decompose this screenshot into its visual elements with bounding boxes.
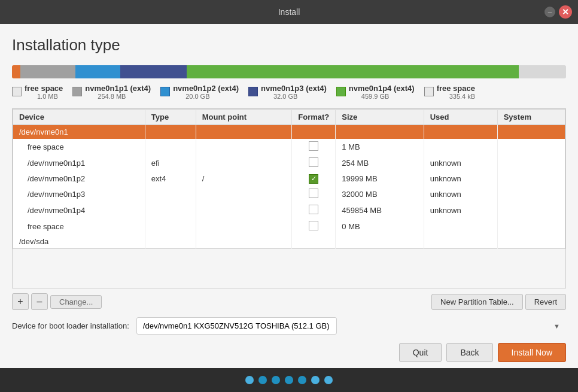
cell-format	[292, 218, 336, 235]
cell-size: 254 MB	[336, 155, 424, 171]
partition-table-container: Device Type Mount point Format? Size Use…	[12, 108, 566, 288]
cell-format	[292, 155, 336, 171]
legend-size-free2: 335.4 kB	[449, 93, 475, 100]
progress-dot-5	[298, 376, 306, 384]
cell-size: 0 MB	[336, 218, 424, 235]
cell-mount	[196, 155, 292, 171]
progress-dot-3	[272, 376, 280, 384]
cell-size: 32000 MB	[336, 186, 424, 202]
col-format: Format?	[292, 110, 336, 125]
legend-item-nvme1p2: nvme0n1p2 (ext4) 20.0 GB	[160, 83, 239, 100]
cell-mount	[196, 202, 292, 218]
format-checkbox-unchecked[interactable]	[309, 205, 318, 214]
col-device: Device	[13, 110, 145, 125]
table-action-row: + – Change... New Partition Table... Rev…	[12, 293, 566, 310]
table-row[interactable]: free space0 MB	[13, 218, 565, 235]
table-row[interactable]: /dev/nvme0n1p2ext4/✓19999 MBunknown	[13, 171, 565, 186]
cell-size	[336, 125, 424, 139]
cell-device: /dev/nvme0n1p3	[13, 186, 145, 202]
cell-device: /dev/nvme0n1p2	[13, 171, 145, 186]
format-checkbox-unchecked[interactable]	[309, 221, 318, 230]
cell-type	[145, 125, 196, 139]
cell-mount	[196, 125, 292, 139]
table-row[interactable]: /dev/nvme0n1p4459854 MBunknown	[13, 202, 565, 218]
cell-used	[424, 218, 497, 235]
cell-format	[292, 139, 336, 155]
footer	[0, 368, 578, 392]
cell-size	[336, 235, 424, 249]
content-area: Installation type free space 1.0 MB	[12, 36, 566, 362]
legend-color-nvme1p2	[160, 87, 170, 96]
cell-size: 1 MB	[336, 139, 424, 155]
legend-label-free1: free space	[25, 84, 63, 93]
col-used: Used	[424, 110, 497, 125]
legend-label-nvme1p2: nvme0n1p2 (ext4)	[173, 84, 239, 93]
cell-used: unknown	[424, 155, 497, 171]
add-partition-button[interactable]: +	[12, 293, 29, 310]
cell-type: ext4	[145, 171, 196, 186]
minimize-button[interactable]: –	[544, 7, 555, 17]
page-title: Installation type	[12, 36, 566, 54]
table-row[interactable]: /dev/sda	[13, 235, 565, 249]
bar-segment-nvme1p2	[75, 65, 120, 78]
cell-size: 19999 MB	[336, 171, 424, 186]
cell-system	[497, 235, 565, 249]
legend-color-nvme1p1	[72, 87, 82, 96]
cell-system	[497, 171, 565, 186]
cell-type	[145, 218, 196, 235]
legend-size-nvme1p3: 32.0 GB	[273, 93, 327, 100]
quit-button[interactable]: Quit	[399, 343, 442, 362]
main-window: Installation type free space 1.0 MB	[0, 24, 578, 368]
cell-size: 459854 MB	[336, 202, 424, 218]
cell-used	[424, 235, 497, 249]
partition-table: Device Type Mount point Format? Size Use…	[13, 109, 565, 249]
bootloader-section: Device for boot loader installation: /de…	[12, 317, 566, 335]
cell-type	[145, 235, 196, 249]
legend-item-free2: free space 335.4 kB	[424, 83, 475, 100]
cell-system	[497, 218, 565, 235]
close-button[interactable]: ✕	[559, 5, 572, 19]
bootloader-select-wrapper[interactable]: /dev/nvme0n1 KXG50ZNV512G TOSHIBA (512.1…	[136, 317, 566, 335]
back-button[interactable]: Back	[446, 343, 492, 362]
cell-system	[497, 186, 565, 202]
progress-dot-2	[258, 376, 267, 384]
progress-dot-1	[245, 376, 254, 384]
cell-device: free space	[13, 218, 145, 235]
cell-used	[424, 125, 497, 139]
table-row[interactable]: /dev/nvme0n1	[13, 125, 565, 139]
revert-button[interactable]: Revert	[525, 294, 566, 310]
cell-format	[292, 186, 336, 202]
install-now-button[interactable]: Install Now	[498, 343, 566, 362]
bootloader-label: Device for boot loader installation:	[12, 321, 129, 330]
cell-format	[292, 235, 336, 249]
legend-size-nvme1p1: 254.8 MB	[98, 93, 151, 100]
table-row[interactable]: /dev/nvme0n1p332000 MBunknown	[13, 186, 565, 202]
cell-used: unknown	[424, 186, 497, 202]
col-type: Type	[145, 110, 196, 125]
cell-system	[497, 139, 565, 155]
cell-device: free space	[13, 139, 145, 155]
cell-mount	[196, 235, 292, 249]
table-row[interactable]: free space1 MB	[13, 139, 565, 155]
format-checkbox-unchecked[interactable]	[309, 157, 318, 167]
format-checkbox-unchecked[interactable]	[309, 141, 318, 151]
new-partition-table-button[interactable]: New Partition Table...	[431, 294, 523, 310]
cell-used: unknown	[424, 171, 497, 186]
cell-mount	[196, 218, 292, 235]
progress-dot-7	[324, 376, 333, 384]
navigation-row: Quit Back Install Now	[12, 343, 566, 362]
change-partition-button[interactable]: Change...	[50, 295, 102, 309]
remove-partition-button[interactable]: –	[31, 293, 48, 310]
bootloader-select[interactable]: /dev/nvme0n1 KXG50ZNV512G TOSHIBA (512.1…	[136, 317, 337, 335]
bar-segment-nvme1p1	[20, 65, 76, 78]
col-system: System	[497, 110, 565, 125]
table-row[interactable]: /dev/nvme0n1p1efi254 MBunknown	[13, 155, 565, 171]
cell-format: ✓	[292, 171, 336, 186]
legend-color-free1	[12, 87, 22, 96]
cell-device: /dev/nvme0n1	[13, 125, 145, 139]
legend-size-free1: 1.0 MB	[37, 93, 63, 100]
legend-label-nvme1p4: nvme0n1p4 (ext4)	[349, 84, 415, 93]
cell-used	[424, 139, 497, 155]
format-checkbox-unchecked[interactable]	[309, 189, 318, 198]
format-checkbox-checked[interactable]: ✓	[309, 174, 318, 184]
